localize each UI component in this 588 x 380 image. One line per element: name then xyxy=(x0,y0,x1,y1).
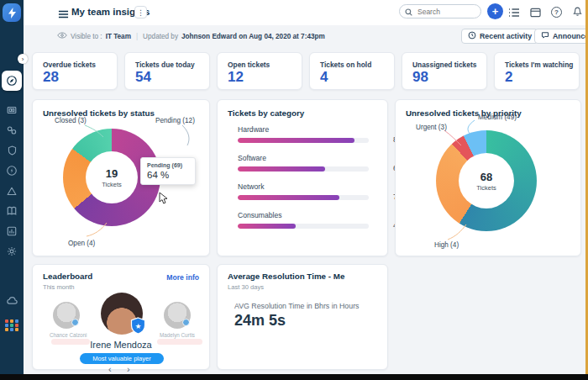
sidebar-item-integrations-icon[interactable] xyxy=(4,123,19,138)
recent-activity-label: Recent activity xyxy=(480,32,532,40)
stat-label: Overdue tickets xyxy=(43,61,96,69)
stat-value: 4 xyxy=(320,69,328,86)
stat-value: 28 xyxy=(43,69,59,86)
donut-center: 68 Tickets xyxy=(459,153,514,208)
sidebar-item-workspaces-icon[interactable] xyxy=(4,103,19,118)
search-icon xyxy=(405,4,412,19)
slice-label-pending: Pending (12) xyxy=(155,117,195,124)
search-input[interactable] xyxy=(416,7,475,17)
bar-label: Consumables xyxy=(238,211,379,219)
stat-card-due-today[interactable]: Tickets due today 54 xyxy=(124,52,210,90)
bar-row[interactable]: Hardware 8 xyxy=(238,125,379,143)
visible-to-label: Visible to : xyxy=(71,33,102,40)
winner-name: Irene Mendoza xyxy=(33,340,209,350)
donut-total: 68 xyxy=(480,171,492,183)
sidebar-item-security-shield-icon[interactable] xyxy=(4,143,19,158)
stat-card-watching[interactable]: Tickets I'm watching 2 xyxy=(494,52,580,90)
sidebar-item-settings-gear-icon[interactable] xyxy=(4,244,19,259)
runnerup-name: Madelyn Curtis xyxy=(157,332,197,338)
card-title: Average Resolution Time - Me xyxy=(228,272,344,281)
bar-track xyxy=(238,195,369,200)
sidebar-item-cloud-icon[interactable] xyxy=(4,293,19,308)
metric-label: AVG Resolution Time in Bhrs in Hours xyxy=(234,302,359,310)
stat-label: Open tickets xyxy=(228,61,270,69)
carousel-prev-button[interactable]: ‹ xyxy=(108,364,112,374)
sidebar-item-analytics-icon[interactable] xyxy=(4,224,19,239)
card-title: Tickets by category xyxy=(228,108,304,118)
slice-label-medium: Medium (49) xyxy=(478,113,517,121)
freshservice-logo-icon[interactable] xyxy=(3,3,21,22)
card-title: Leaderboard xyxy=(43,272,92,281)
sidebar-item-problems-icon[interactable] xyxy=(4,183,19,198)
sidebar-item-solutions-book-icon[interactable] xyxy=(4,203,19,219)
hamburger-menu-icon[interactable] xyxy=(57,8,70,20)
app-switcher-icon[interactable] xyxy=(5,319,18,331)
mvp-badge-pill: Most valuable player xyxy=(80,353,164,364)
notifications-bell-icon[interactable] xyxy=(571,5,584,18)
bar-fill xyxy=(238,138,354,143)
stat-card-unassigned[interactable]: Unassigned tickets 98 xyxy=(402,52,487,90)
runnerup-name: Chance Calzoni xyxy=(50,332,87,338)
bar-row[interactable]: Consumables 4 xyxy=(238,211,379,229)
announcement-bubble-icon xyxy=(541,31,549,41)
leaderboard-card: Leaderboard This month More info Chance … xyxy=(32,264,210,370)
recent-items-list-icon[interactable] xyxy=(507,6,520,18)
verified-badge-icon xyxy=(71,319,79,326)
calendar-window-icon[interactable] xyxy=(529,6,542,18)
donut-total-label: Tickets xyxy=(102,181,121,188)
donut-total-label: Tickets xyxy=(476,184,496,192)
stat-label: Tickets on hold xyxy=(320,61,371,69)
stat-value: 98 xyxy=(412,69,428,86)
bar-label: Hardware xyxy=(238,125,379,134)
stat-card-open[interactable]: Open tickets 12 xyxy=(217,52,302,90)
stat-card-overdue[interactable]: Overdue tickets 28 xyxy=(32,52,118,90)
announcements-button[interactable]: Announcements xyxy=(534,29,588,44)
visibility-eye-icon xyxy=(57,32,67,40)
bar-fill xyxy=(238,224,296,229)
bar-row[interactable]: Software 6 xyxy=(238,154,379,172)
leaderboard-period: This month xyxy=(43,283,75,291)
sidebar-item-dashboard[interactable] xyxy=(2,71,22,91)
help-icon[interactable]: ? xyxy=(551,7,562,18)
announcements-label: Announcements xyxy=(553,32,588,40)
slice-label-high: High (4) xyxy=(434,241,459,249)
svg-text:★: ★ xyxy=(135,322,142,330)
topbar: My team insights ⋮ + ? xyxy=(24,0,585,25)
tooltip-title: Pending (69) xyxy=(147,162,189,168)
bar-label: Network xyxy=(238,182,379,191)
avg-resolution-card: Average Resolution Time - Me Last 30 day… xyxy=(217,264,388,370)
sidebar-expand-button[interactable]: › xyxy=(18,54,28,64)
metric-value: 24m 5s xyxy=(234,312,286,330)
donut-tooltip: Pending (69) 64 % xyxy=(140,157,196,185)
slice-label-urgent: Urgent (3) xyxy=(416,124,447,131)
stat-value: 12 xyxy=(228,69,244,86)
slice-label-open: Open (4) xyxy=(68,240,95,247)
divider: | xyxy=(136,33,138,40)
bar-fill xyxy=(238,166,325,172)
search-box[interactable] xyxy=(399,4,481,18)
bar-label: Software xyxy=(238,154,379,162)
stat-value: 54 xyxy=(135,69,151,86)
tooltip-value: 64 % xyxy=(147,170,189,180)
new-item-plus-button[interactable]: + xyxy=(487,3,503,19)
priority-donut-card: Unresolved tickets by priority 68 Ticket… xyxy=(395,99,581,256)
bar-row[interactable]: Network 7 xyxy=(238,182,379,200)
updated-by: Johnson Edward on Aug 04, 2020 at 7:43pm xyxy=(181,33,325,40)
donut-center: 19 Tickets xyxy=(86,151,138,203)
bar-track xyxy=(238,138,369,143)
recent-activity-button[interactable]: Recent activity xyxy=(461,29,538,44)
verified-badge-icon xyxy=(182,319,190,326)
visible-team: IT Team xyxy=(106,33,131,40)
more-info-link[interactable]: More info xyxy=(166,273,199,282)
stat-label: Tickets due today xyxy=(135,61,195,69)
dashboard-meta-bar: Visible to : IT Team | Updated by Johnso… xyxy=(24,25,585,49)
sidebar-item-changes-icon[interactable] xyxy=(4,163,19,178)
stat-label: Tickets I'm watching xyxy=(505,61,573,69)
app-window: › My team insights ⋮ + ? xyxy=(0,0,588,380)
mvp-shield-star-icon: ★ xyxy=(130,317,146,335)
stat-card-on-hold[interactable]: Tickets on hold 4 xyxy=(309,52,395,90)
status-donut-card: Unresolved tickets by status 19 Tickets … xyxy=(32,99,210,256)
donut-total: 19 xyxy=(106,167,118,180)
carousel-next-button[interactable]: › xyxy=(127,364,130,374)
dashboard-options-kebab-button[interactable]: ⋮ xyxy=(134,6,147,18)
